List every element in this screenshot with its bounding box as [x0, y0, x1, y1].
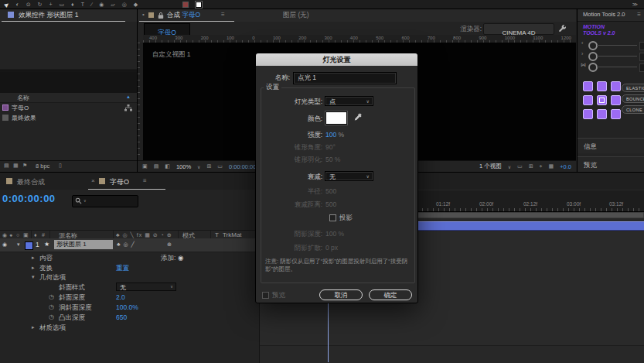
twirl-icon[interactable]: ▸ [32, 324, 35, 330]
interpret-footage-icon[interactable]: ▤ [4, 163, 9, 169]
region-of-interest-icon[interactable]: ▭ [217, 163, 223, 170]
stopwatch-icon[interactable]: ◷ [49, 293, 54, 300]
sort-ascending-icon[interactable]: ▲ [126, 94, 131, 99]
layer-mode-icon[interactable]: ⊕ [167, 241, 172, 248]
anchor-cell[interactable] [611, 95, 621, 105]
property-label[interactable]: 几何选项 [39, 273, 66, 283]
ok-button[interactable]: 确定 [369, 289, 412, 300]
flowchart-icon[interactable] [124, 104, 132, 111]
layer-row-shape-layer[interactable]: ◉ ▾ 1 ★ 形状图层 1 ♣ ◎ ╱ ⊕ [0, 238, 259, 252]
zoom-chevron-icon[interactable]: ∨ [197, 164, 200, 170]
intensity-value[interactable]: 100 % [325, 131, 344, 139]
pan-behind-tool[interactable]: + [49, 1, 52, 9]
ease-in-value-box[interactable] [639, 42, 644, 50]
stopwatch-icon[interactable]: ◷ [49, 303, 54, 310]
fill-color-swatch[interactable] [182, 2, 189, 8]
tab-close-icon[interactable]: × [91, 177, 95, 184]
ease-out-slider-knob[interactable] [588, 52, 598, 61]
ease-out-slider-track[interactable] [597, 56, 637, 57]
intensity-number[interactable]: 100 [325, 131, 336, 139]
falloff-dropdown[interactable]: 无 ∨ [325, 171, 373, 181]
anchor-cell-center-selected[interactable] [597, 95, 607, 105]
ease-in-slider-knob[interactable] [588, 41, 598, 50]
name-input[interactable]: 点光 1 [293, 72, 397, 84]
zoom-tool[interactable]: ⊙ [26, 1, 31, 9]
reset-link[interactable]: 重置 [116, 264, 129, 273]
flag-icon[interactable]: ⚑ [22, 163, 27, 169]
project-bpc[interactable]: 8 bpc [36, 163, 49, 170]
tab-motion-tools[interactable]: Motion Tools 2.0 [583, 11, 625, 18]
bevel-style-dropdown[interactable]: 无 ∨ [116, 283, 176, 291]
show-snapshot-icon[interactable]: ▤ [154, 163, 159, 170]
comp-timecode[interactable]: 0:00:00:00 [229, 163, 256, 170]
tab-layer[interactable]: 图层 (无) [283, 11, 309, 20]
layer-switches-icons[interactable]: ♣ ◎ ╱ [117, 241, 135, 248]
viewer-tab-letter-o[interactable]: 字母O [144, 23, 190, 36]
color-swatch[interactable] [325, 111, 347, 125]
cast-shadows-checkbox[interactable] [329, 214, 336, 221]
ease-both-slider-knob[interactable] [588, 63, 598, 72]
trkmat-column[interactable]: TrkMat [223, 231, 242, 238]
anchor-cell[interactable] [583, 109, 593, 119]
anchor-cell[interactable] [597, 81, 607, 91]
layer-label-color[interactable] [25, 241, 33, 250]
eraser-tool[interactable]: ▱ [111, 1, 114, 9]
zoom-level-dropdown[interactable]: 100% [176, 163, 191, 170]
view-layout-dropdown[interactable]: 1 个视图 [479, 163, 502, 170]
dialog-titlebar[interactable]: 灯光设置 [256, 53, 417, 66]
hand-tool[interactable]: ◐ [15, 1, 19, 9]
preview-checkbox[interactable] [262, 292, 269, 299]
layer-name-chip[interactable]: 形状图层 1 [54, 240, 113, 249]
project-name-header[interactable]: 名称 ▲ [0, 93, 137, 103]
trkmat-t-column[interactable]: T [215, 231, 219, 238]
twirl-icon[interactable]: ▸ [32, 255, 35, 261]
roto-brush-tool[interactable]: ◎ [122, 1, 127, 9]
panel-menu-icon[interactable]: ≡ [143, 177, 147, 184]
property-label[interactable]: 内容 [39, 254, 53, 263]
anchor-cell[interactable] [583, 81, 593, 91]
pen-tool[interactable]: ♦ [71, 1, 74, 9]
ease-both-slider-track[interactable] [597, 67, 637, 67]
ease-in-slider-track[interactable] [597, 45, 637, 46]
property-label[interactable]: 材质选项 [39, 324, 66, 333]
twirl-icon[interactable]: ▸ [32, 265, 35, 271]
property-value[interactable]: 2.0 [116, 293, 125, 301]
property-value[interactable]: 100.0% [116, 303, 138, 311]
ease-both-value-box[interactable] [639, 63, 644, 72]
stopwatch-icon[interactable]: ◷ [49, 313, 54, 320]
light-type-dropdown[interactable]: 点 ∨ [325, 96, 373, 106]
anchor-cell[interactable] [583, 95, 593, 105]
cancel-button[interactable]: 取消 [319, 289, 363, 300]
clone-button[interactable]: CLONE [622, 105, 644, 114]
brush-tool[interactable]: ∕ [91, 1, 92, 9]
create-folder-icon[interactable]: ▦ [13, 163, 19, 169]
project-row-comp[interactable]: 字母O [0, 103, 137, 113]
lock-icon[interactable] [158, 12, 164, 19]
current-timecode[interactable]: 0:00:00:00 [2, 193, 56, 204]
pixel-aspect-icon[interactable]: ▭ [517, 163, 523, 170]
tab-preview-panel[interactable]: 预览 [578, 156, 644, 172]
anchor-cell[interactable] [611, 109, 621, 119]
channels-icon[interactable]: ◧ [165, 163, 170, 170]
camera-settings-icon[interactable]: ⌖ [540, 163, 543, 170]
trash-icon[interactable]: ▯ [59, 163, 62, 169]
twirl-icon[interactable]: ▾ [32, 274, 35, 280]
layer-visibility-icon[interactable]: ◉ [2, 241, 7, 248]
tab-letter-o-comp[interactable]: 字母O [110, 177, 129, 187]
property-value[interactable]: 650 [116, 313, 127, 321]
workspace-chevrons-icon[interactable]: ≫ [632, 1, 638, 9]
stroke-color-swatch[interactable] [196, 2, 202, 8]
puppet-pin-tool[interactable]: ◆ [134, 1, 138, 9]
view-layout-chevron-icon[interactable]: ∨ [508, 164, 511, 170]
bounce-button[interactable]: BOUNCE [622, 94, 644, 103]
clone-stamp-tool[interactable]: ◉ [99, 1, 104, 9]
panel-menu-icon[interactable]: ≡ [221, 11, 225, 18]
exposure-value[interactable]: +0.0 [560, 163, 571, 170]
anchor-cell[interactable] [611, 81, 621, 91]
panel-menu-icon[interactable]: ≡ [637, 11, 641, 18]
search-field[interactable]: ∨ [72, 195, 138, 207]
renderer-button[interactable]: CINEMA 4D [483, 23, 554, 35]
project-row-final[interactable]: 最终效果 [0, 113, 137, 123]
timeline-button-icon[interactable]: ▦ [549, 163, 554, 170]
elastic-button[interactable]: ELASTIC [622, 84, 644, 92]
